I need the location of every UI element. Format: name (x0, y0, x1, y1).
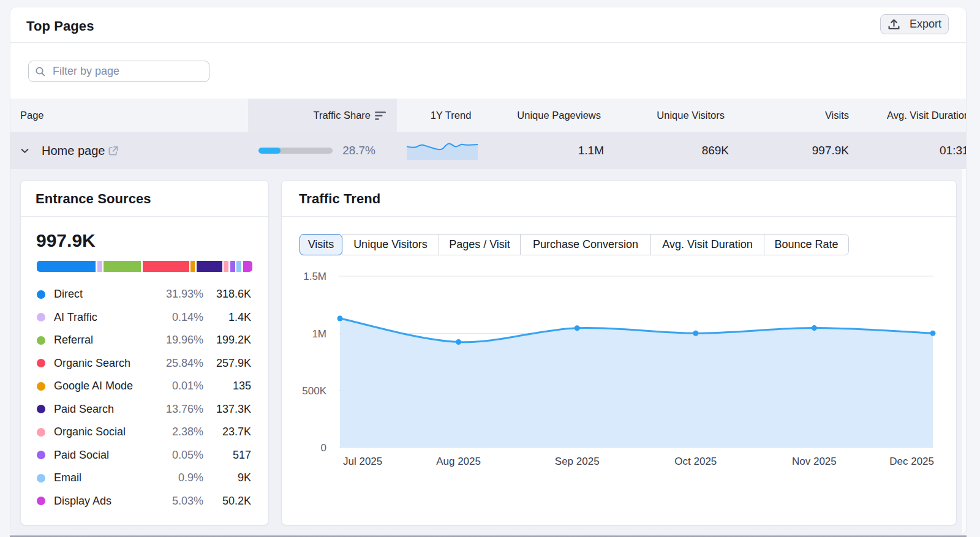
svg-text:Oct 2025: Oct 2025 (674, 456, 717, 467)
svg-text:0: 0 (321, 442, 326, 454)
svg-text:500K: 500K (302, 385, 326, 397)
svg-text:Jul 2025: Jul 2025 (343, 456, 382, 467)
svg-text:Dec 2025: Dec 2025 (889, 456, 934, 467)
svg-text:Aug 2025: Aug 2025 (436, 456, 481, 467)
svg-text:1.5M: 1.5M (303, 271, 326, 282)
svg-text:Nov 2025: Nov 2025 (792, 456, 837, 467)
svg-text:1M: 1M (312, 328, 326, 340)
svg-text:Sep 2025: Sep 2025 (555, 456, 600, 467)
